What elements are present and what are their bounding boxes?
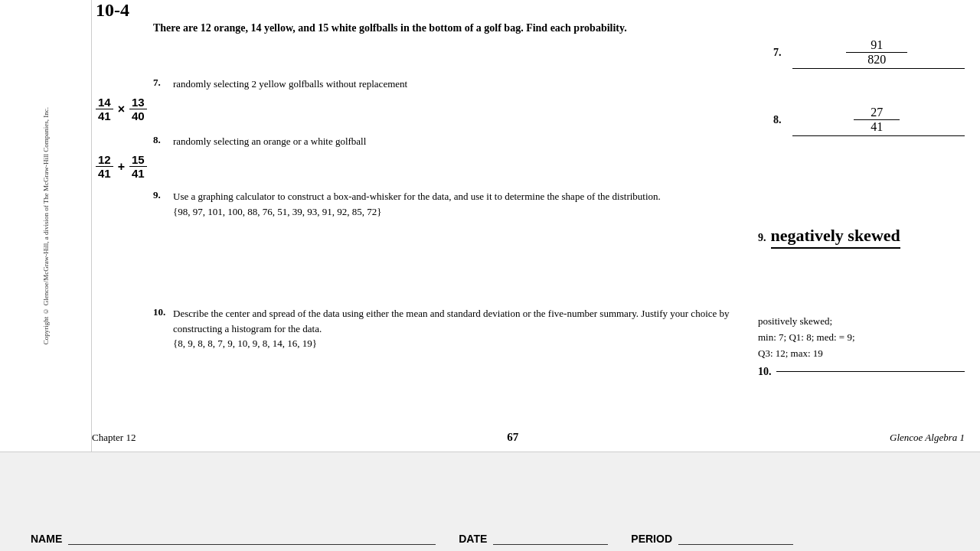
footer-publisher: Glencoe Algebra 1 — [890, 432, 965, 444]
problem-number-header: 10-4 — [96, 0, 129, 21]
a7-den: 820 — [867, 53, 886, 67]
p9-data: {98, 97, 101, 100, 88, 76, 51, 39, 93, 9… — [173, 204, 661, 220]
a8-label: 8. — [773, 114, 782, 126]
date-input-line[interactable] — [493, 544, 608, 545]
footer-page: 67 — [507, 431, 518, 444]
a7-num: 91 — [871, 38, 883, 52]
p10-text: Describe the center and spread of the da… — [173, 306, 750, 336]
period-field: PERIOD — [631, 533, 793, 545]
name-field: NAME — [31, 533, 436, 545]
p7-num: 7. — [153, 77, 170, 89]
a8-num: 27 — [871, 106, 883, 119]
period-label: PERIOD — [631, 533, 672, 545]
bottom-form-area: NAME DATE PERIOD — [0, 452, 980, 551]
p10-data: {8, 9, 8, 8, 7, 9, 10, 9, 8, 14, 16, 19} — [173, 336, 750, 351]
p9-text: Use a graphing calculator to construct a… — [173, 189, 661, 204]
name-input-line[interactable] — [68, 544, 436, 545]
period-input-line[interactable] — [678, 544, 793, 545]
answer-9: 9. negatively skewed — [758, 226, 965, 249]
a7-label: 7. — [773, 47, 782, 59]
p9-num: 9. — [153, 189, 170, 201]
copyright-sidebar: Copyright © Glencoe/McGraw-Hill, a divis… — [0, 0, 92, 452]
footer-chapter: Chapter 12 — [92, 432, 136, 444]
handwritten-work-8: 12 41 + 15 41 — [96, 153, 147, 180]
answer-8: 8. 27 41 — [773, 106, 965, 136]
a8-den: 41 — [871, 120, 883, 134]
intro-text: There are 12 orange, 14 yellow, and 15 w… — [153, 21, 750, 36]
form-fields: NAME DATE PERIOD — [0, 525, 980, 545]
p8-num: 8. — [153, 134, 170, 146]
a9-value: negatively skewed — [771, 226, 900, 249]
copyright-text: Copyright © Glencoe/McGraw-Hill, a divis… — [42, 107, 50, 344]
answer-7: 7. 91 820 — [773, 38, 965, 69]
date-label: DATE — [459, 533, 487, 545]
footer: Chapter 12 67 Glencoe Algebra 1 — [92, 431, 965, 444]
date-field: DATE — [459, 533, 608, 545]
p7-text: randomly selecting 2 yellow golfballs wi… — [173, 77, 407, 92]
p10-num: 10. — [153, 306, 170, 318]
worksheet-area: Copyright © Glencoe/McGraw-Hill, a divis… — [0, 0, 980, 452]
page-wrapper: Copyright © Glencoe/McGraw-Hill, a divis… — [0, 0, 980, 551]
a10-line3: Q3: 12; max: 19 — [758, 346, 965, 362]
handwritten-work-7: 14 41 × 13 40 — [96, 96, 147, 122]
problem-9: 9. Use a graphing calculator to construc… — [153, 189, 750, 219]
a10-label: 10. — [758, 366, 772, 378]
a10-line2: min: 7; Q1: 8; med: = 9; — [758, 330, 965, 346]
name-label: NAME — [31, 533, 62, 545]
a10-line1: positively skewed; — [758, 314, 965, 330]
a9-label: 9. — [758, 232, 766, 244]
problem-10: 10. Describe the center and spread of th… — [153, 306, 750, 351]
problem-7: 7. randomly selecting 2 yellow golfballs… — [153, 77, 750, 92]
answer-10: positively skewed; min: 7; Q1: 8; med: =… — [758, 314, 965, 375]
p8-text: randomly selecting an orange or a white … — [173, 134, 366, 149]
problem-8: 8. randomly selecting an orange or a whi… — [153, 134, 750, 149]
